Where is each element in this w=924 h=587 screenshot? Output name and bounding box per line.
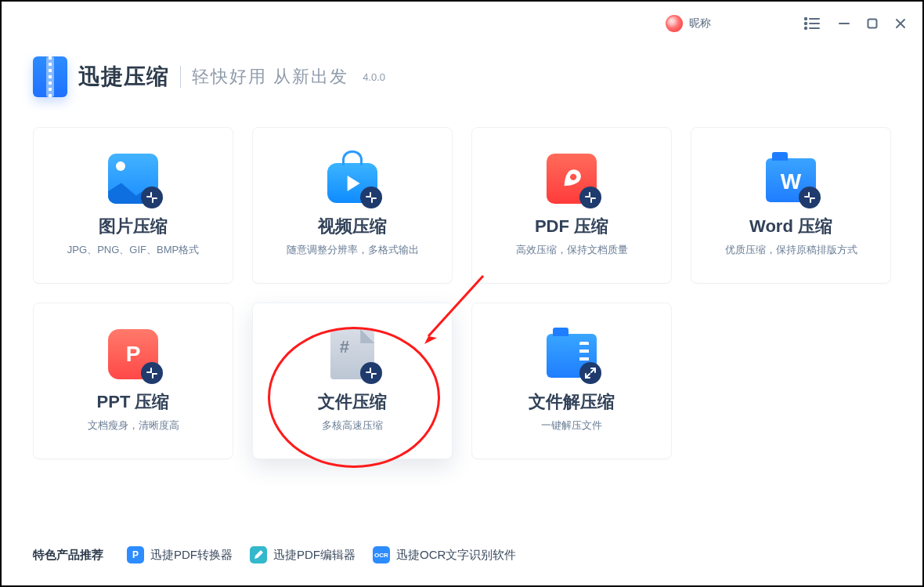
app-badge-icon: P (127, 546, 144, 563)
reco-pdf-converter[interactable]: P 迅捷PDF转换器 (127, 546, 233, 563)
footer-bar: 特色产品推荐 P 迅捷PDF转换器 迅捷PDF编辑器 OCR 迅捷OCR文字识别… (33, 546, 891, 563)
card-image-compress[interactable]: 图片压缩 JPG、PNG、GIF、BMP格式 (33, 127, 233, 284)
user-area[interactable]: 昵称 (666, 15, 711, 32)
compress-badge-icon (360, 187, 382, 208)
card-file-decompress[interactable]: 文件解压缩 一键解压文件 (471, 303, 672, 459)
card-video-compress[interactable]: 视频压缩 随意调整分辨率，多格式输出 (252, 127, 453, 284)
compress-badge-icon (141, 187, 163, 208)
reco-label: 迅捷PDF转换器 (150, 548, 233, 563)
svg-point-0 (805, 18, 807, 20)
tagline: 轻快好用 从新出发 (192, 65, 348, 89)
title-bar: 昵称 (2, 2, 922, 45)
version-label: 4.0.0 (363, 71, 385, 83)
video-icon (327, 154, 377, 204)
zip-icon (547, 329, 597, 379)
reco-label: 迅捷OCR文字识别软件 (396, 548, 516, 563)
card-subtitle: 高效压缩，保持文档质量 (516, 243, 628, 257)
reco-ocr[interactable]: OCR 迅捷OCR文字识别软件 (373, 546, 516, 563)
card-title: 视频压缩 (318, 215, 387, 238)
image-icon (108, 154, 158, 204)
reco-label: 迅捷PDF编辑器 (273, 548, 356, 563)
menu-list-button[interactable] (803, 16, 821, 31)
maximize-button[interactable] (866, 17, 879, 30)
compress-badge-icon (360, 362, 382, 384)
svg-rect-7 (868, 20, 877, 28)
compress-badge-icon (141, 362, 163, 384)
card-pdf-compress[interactable]: PDF 压缩 高效压缩，保持文档质量 (471, 127, 672, 284)
card-subtitle: 文档瘦身，清晰度高 (88, 419, 179, 433)
close-button[interactable] (894, 17, 907, 30)
footer-label: 特色产品推荐 (33, 548, 103, 563)
card-title: 图片压缩 (99, 215, 168, 238)
brand-row: 迅捷压缩 轻快好用 从新出发 4.0.0 (33, 56, 385, 97)
card-title: PDF 压缩 (535, 215, 608, 238)
card-title: PPT 压缩 (97, 390, 170, 414)
compress-badge-icon (799, 187, 821, 208)
card-file-compress[interactable]: # 文件压缩 多核高速压缩 (252, 303, 453, 459)
reco-pdf-editor[interactable]: 迅捷PDF编辑器 (250, 546, 356, 563)
card-subtitle: JPG、PNG、GIF、BMP格式 (67, 243, 199, 257)
card-ppt-compress[interactable]: P PPT 压缩 文档瘦身，清晰度高 (33, 303, 233, 459)
compress-badge-icon (579, 187, 601, 208)
card-subtitle: 多核高速压缩 (322, 419, 383, 433)
svg-point-4 (805, 27, 807, 29)
expand-badge-icon (579, 362, 601, 384)
nickname-label: 昵称 (689, 16, 711, 31)
card-word-compress[interactable]: W Word 压缩 优质压缩，保持原稿排版方式 (691, 127, 891, 284)
svg-point-2 (805, 23, 807, 24)
app-logo-icon (33, 56, 67, 97)
card-title: Word 压缩 (749, 215, 832, 238)
divider (180, 66, 181, 88)
ppt-icon: P (108, 329, 158, 379)
minimize-button[interactable] (838, 17, 850, 30)
word-icon: W (766, 154, 816, 204)
feature-grid: 图片压缩 JPG、PNG、GIF、BMP格式 视频压缩 随意调整分辨率，多格式输… (33, 127, 891, 459)
pdf-icon (547, 154, 597, 204)
app-name: 迅捷压缩 (78, 62, 169, 92)
card-subtitle: 一键解压文件 (541, 419, 602, 433)
card-title: 文件解压缩 (529, 390, 615, 414)
app-badge-icon: OCR (373, 546, 390, 563)
avatar-icon (666, 15, 683, 32)
card-subtitle: 随意调整分辨率，多格式输出 (287, 243, 419, 257)
app-badge-icon (250, 546, 267, 563)
card-title: 文件压缩 (318, 390, 387, 414)
card-subtitle: 优质压缩，保持原稿排版方式 (725, 243, 857, 257)
file-icon: # (327, 329, 377, 379)
